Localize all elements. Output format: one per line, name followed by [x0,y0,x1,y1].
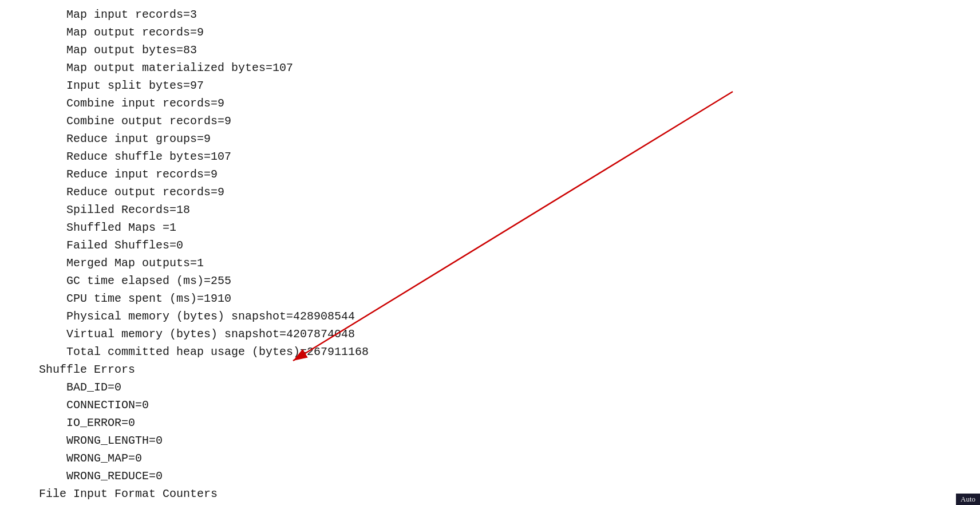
terminal-output: Map input records=3 Map output records=9… [0,0,380,505]
status-bar: Auto [956,494,980,505]
status-text: Auto [961,495,975,503]
